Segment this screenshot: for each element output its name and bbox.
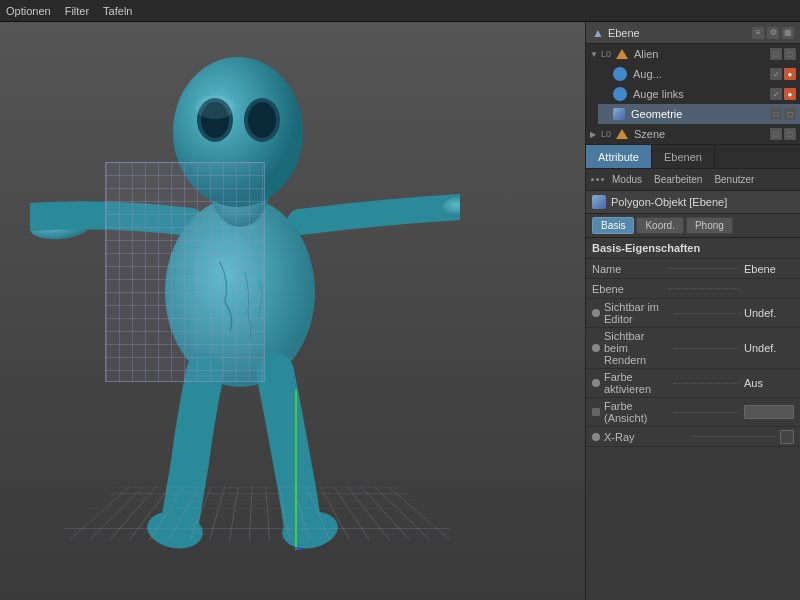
tree-item-geometrie[interactable]: Geometrie □ □ <box>598 104 800 124</box>
szene-vis-2[interactable]: □ <box>784 128 796 140</box>
prop-xray-checkbox[interactable] <box>780 430 794 444</box>
menu-filter[interactable]: Filter <box>65 5 89 17</box>
prop-fansicht-label: Farbe (Ansicht) <box>604 400 670 424</box>
floor-grid <box>50 487 465 540</box>
aug-vis-1[interactable]: ✓ <box>770 68 782 80</box>
main-area: Polygon-Objekt [Ebene] ▲ Ebene ≡ ⚙ ▦ <box>0 22 800 600</box>
svg-point-8 <box>248 102 276 138</box>
l0-badge-alien: L0 <box>601 49 611 59</box>
btn-modus[interactable]: Modus <box>608 173 646 186</box>
prop-farbe-ansicht: Farbe (Ansicht) <box>586 398 800 427</box>
prop-fansicht-color[interactable] <box>744 405 794 419</box>
prop-sichtbar-editor: Sichtbar im Editor Undef. <box>586 299 800 328</box>
prop-se-dots <box>674 313 740 314</box>
btn-bearbeiten[interactable]: Bearbeiten <box>650 173 706 186</box>
indicator-xray <box>592 433 600 441</box>
expand-szene: ▶ <box>590 130 598 139</box>
grid-plane <box>105 162 265 382</box>
prop-name-value: Ebene <box>744 263 794 275</box>
properties-panel: Attribute Ebenen Modus Bearbeiten Benutz… <box>586 145 800 600</box>
tree-header-title: Ebene <box>608 27 640 39</box>
prop-xray: X-Ray <box>586 427 800 447</box>
alien-label: Alien <box>634 48 658 60</box>
viewport[interactable]: Polygon-Objekt [Ebene] <box>0 22 585 600</box>
prop-fa-value[interactable]: Aus <box>744 377 794 389</box>
inner-tab-basis[interactable]: Basis <box>592 217 634 234</box>
indicator-sichtbar-editor <box>592 309 600 317</box>
indicator-farbe-aktivieren <box>592 379 600 387</box>
right-panel: ▲ Ebene ≡ ⚙ ▦ ▼ L0 Alien □ □ <box>585 22 800 600</box>
tree-header-icons: ≡ ⚙ ▦ <box>752 27 794 39</box>
auge-links-label: Auge links <box>633 88 684 100</box>
prop-sr-value[interactable]: Undef. <box>744 342 794 354</box>
prop-fa-dots <box>674 383 740 384</box>
prop-sr-label: Sichtbar beim Rendern <box>604 330 670 366</box>
prop-name-dots <box>668 268 740 269</box>
prop-se-value[interactable]: Undef. <box>744 307 794 319</box>
inner-tab-koord[interactable]: Koord. <box>636 217 683 234</box>
svg-point-11 <box>195 95 235 119</box>
obj-label-text: Polygon-Objekt [Ebene] <box>611 196 727 208</box>
geo-vis-2[interactable]: □ <box>784 108 796 120</box>
indicator-farbe-ansicht <box>592 408 600 416</box>
menubar: Optionen Filter Tafeln <box>0 0 800 22</box>
indicator-sichtbar-rendern <box>592 344 600 352</box>
vis-1[interactable]: □ <box>770 48 782 60</box>
aug-icon <box>613 67 627 81</box>
prop-xray-label: X-Ray <box>604 431 688 443</box>
menu-tafeln[interactable]: Tafeln <box>103 5 132 17</box>
geo-label: Geometrie <box>631 108 682 120</box>
prop-fa-label: Farbe aktivieren <box>604 371 670 395</box>
z-axis <box>295 547 415 550</box>
prop-farbe-aktivieren: Farbe aktivieren Aus <box>586 369 800 398</box>
tree-icon-layers: ▲ <box>592 26 604 40</box>
tree-settings-icon[interactable]: ⚙ <box>767 27 779 39</box>
prop-sr-dots <box>674 348 740 349</box>
expand-alien: ▼ <box>590 50 598 59</box>
tab-ebenen[interactable]: Ebenen <box>652 145 715 168</box>
prop-ebene-label: Ebene <box>592 283 664 295</box>
drag-handle <box>591 178 604 181</box>
geo-vis: □ □ <box>770 108 796 120</box>
tree-item-alien[interactable]: ▼ L0 Alien □ □ <box>586 44 800 64</box>
aug-vis-icons: ✓ ● <box>770 68 796 80</box>
auge-links-vis: ✓ ● <box>770 88 796 100</box>
svg-line-13 <box>295 548 415 550</box>
prop-sichtbar-editor-label: Sichtbar im Editor <box>604 301 670 325</box>
geo-icon <box>613 108 625 120</box>
sub-toolbar: Modus Bearbeiten Benutzer <box>586 169 800 191</box>
tree-item-szene[interactable]: ▶ L0 Szene □ □ <box>586 124 800 144</box>
auge-links-icon <box>613 87 627 101</box>
prop-ebene-dots <box>668 288 740 289</box>
szene-vis-1[interactable]: □ <box>770 128 782 140</box>
scene-tree: ▲ Ebene ≡ ⚙ ▦ ▼ L0 Alien □ □ <box>586 22 800 145</box>
szene-label: Szene <box>634 128 665 140</box>
tree-grid-icon[interactable]: ▦ <box>782 27 794 39</box>
tab-attribute[interactable]: Attribute <box>586 145 652 168</box>
y-axis <box>295 390 298 550</box>
tree-header: ▲ Ebene ≡ ⚙ ▦ <box>586 22 800 44</box>
tree-layers-icon[interactable]: ≡ <box>752 27 764 39</box>
tree-item-aug[interactable]: Aug... ✓ ● <box>598 64 800 84</box>
main-tab-bar: Attribute Ebenen <box>586 145 800 169</box>
prop-xray-dots <box>692 436 776 437</box>
section-header: Basis-Eigenschaften <box>586 238 800 259</box>
tree-item-auge-links[interactable]: Auge links ✓ ● <box>598 84 800 104</box>
aug-vis-2[interactable]: ● <box>784 68 796 80</box>
auge-vis-1[interactable]: ✓ <box>770 88 782 100</box>
vis-2[interactable]: □ <box>784 48 796 60</box>
geo-vis-1[interactable]: □ <box>770 108 782 120</box>
inner-tab-phong[interactable]: Phong <box>686 217 733 234</box>
szene-icon <box>616 129 628 139</box>
prop-fansicht-dots <box>674 412 740 413</box>
prop-sichtbar-rendern: Sichtbar beim Rendern Undef. <box>586 328 800 369</box>
alien-scene: Polygon-Objekt [Ebene] <box>0 22 585 600</box>
menu-optionen[interactable]: Optionen <box>6 5 51 17</box>
auge-vis-2[interactable]: ● <box>784 88 796 100</box>
obj-label-row: Polygon-Objekt [Ebene] <box>586 191 800 214</box>
app: Optionen Filter Tafeln <box>0 0 800 600</box>
l0-badge-szene: L0 <box>601 129 611 139</box>
szene-vis: □ □ <box>770 128 796 140</box>
alien-icon <box>616 49 628 59</box>
btn-benutzer[interactable]: Benutzer <box>710 173 758 186</box>
